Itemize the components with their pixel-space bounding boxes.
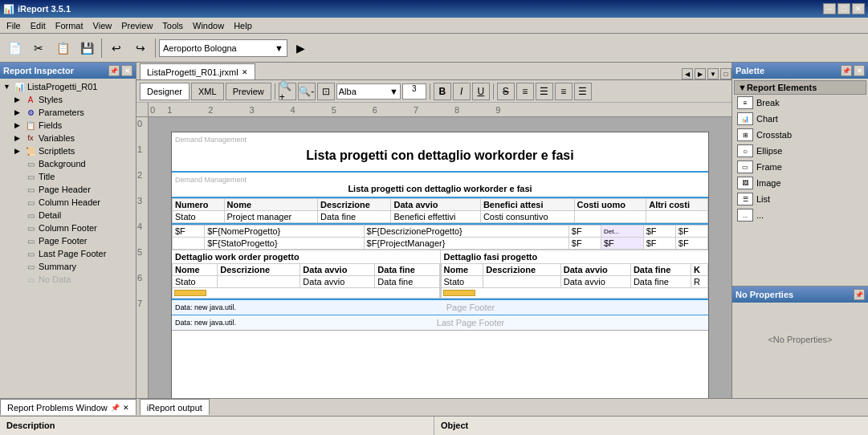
chart-icon: 📊 (737, 112, 753, 125)
wo-empty (218, 276, 300, 288)
tree-item-column-footer[interactable]: ▭ Column Footer (2, 222, 134, 234)
tree-item-last-page-footer[interactable]: ▭ Last Page Footer (2, 247, 134, 260)
italic-button[interactable]: I (453, 83, 471, 100)
minimize-button[interactable]: ─ (823, 3, 836, 14)
cut-button[interactable]: ✂ (27, 37, 50, 59)
tab-scroll-right[interactable]: ▶ (695, 68, 706, 79)
align-justify-button[interactable]: ☰ (574, 83, 592, 100)
menu-file[interactable]: File (2, 19, 26, 32)
no-properties-text: <No Properties> (768, 335, 832, 344)
bottom-tab-output[interactable]: iReport output (140, 399, 210, 415)
chart-label: Chart (756, 114, 778, 124)
tree-item-column-header[interactable]: ▭ Column Header (2, 196, 134, 209)
zoom-out-button[interactable]: 🔍- (298, 83, 316, 100)
menu-tools[interactable]: Tools (157, 19, 188, 32)
tree-item-scriptlets[interactable]: ▶ 📜 Scriptlets (2, 144, 134, 157)
undo-button[interactable]: ↩ (105, 37, 128, 59)
section-label: Report Elements (747, 83, 817, 92)
tree-item-background[interactable]: ▭ Background (2, 157, 134, 170)
tab-close-button[interactable]: ✕ (242, 68, 248, 76)
tab-designer[interactable]: Designer (140, 83, 189, 100)
palette-item-frame[interactable]: ▭ Frame (734, 159, 866, 175)
tree-item-detail[interactable]: ▭ Detail (2, 209, 134, 222)
align-center-button[interactable]: ☰ (536, 83, 553, 100)
copy-button[interactable]: 📋 (51, 37, 74, 59)
toolbar: 📄 ✂ 📋 💾 ↩ ↪ Aeroporto Bologna ▼ ▶ (0, 34, 868, 63)
canvas-container[interactable]: Demand Management Lista progetti con det… (149, 117, 731, 398)
palette-item-chart[interactable]: 📊 Chart (734, 111, 866, 127)
tree-item-variables[interactable]: ▶ fx Variables (2, 132, 134, 144)
redo-button[interactable]: ↪ (129, 37, 152, 59)
palette-section-header[interactable]: ▼ Report Elements (734, 80, 866, 95)
palette-pin-button[interactable]: 📌 (841, 65, 852, 76)
tree-item-styles[interactable]: ▶ A Styles (2, 93, 134, 106)
palette-close-button[interactable]: ✕ (854, 65, 865, 76)
tree-item-fields[interactable]: ▶ 📋 Fields (2, 119, 134, 132)
run-button[interactable]: ▶ (289, 37, 312, 59)
page-header-icon: ▭ (24, 184, 37, 195)
bold-button[interactable]: B (434, 83, 451, 100)
maximize-button[interactable]: □ (837, 3, 850, 14)
tree-item-page-header[interactable]: ▭ Page Header (2, 183, 134, 196)
palette-item-list[interactable]: ☰ List (734, 191, 866, 207)
menu-view[interactable]: View (88, 19, 117, 32)
save-button[interactable]: 💾 (75, 37, 98, 59)
palette-item-image[interactable]: 🖼 Image (734, 175, 866, 191)
zoom-in-button[interactable]: 🔍+ (279, 83, 296, 100)
break-icon: ≡ (737, 96, 753, 109)
tree-item-no-data[interactable]: ▭ No Data (2, 273, 134, 286)
new-button[interactable]: 📄 (3, 37, 26, 59)
menu-help[interactable]: Help (229, 19, 257, 32)
align-right-button[interactable]: ≡ (555, 83, 573, 100)
inspector-close-button[interactable]: ✕ (121, 65, 132, 76)
dsn-sep-3 (493, 83, 494, 100)
menu-window[interactable]: Window (188, 19, 229, 32)
tree-item-summary[interactable]: ▭ Summary (2, 260, 134, 273)
align-left-button[interactable]: ≡ (516, 83, 534, 100)
designer-toolbar: Designer XML Preview 🔍+ 🔍- ⊡ Alba ▼ 3 B … (137, 80, 731, 103)
problems-tab-close[interactable]: ✕ (123, 404, 129, 412)
menu-format[interactable]: Format (51, 19, 88, 32)
palette-item-ellipse[interactable]: ○ Ellipse (734, 143, 866, 159)
tab-scroll-left[interactable]: ◀ (682, 68, 693, 79)
font-size-field[interactable]: 3 (402, 83, 426, 100)
inspector-controls[interactable]: 📌 ✕ (108, 65, 132, 76)
th-empty1 (574, 211, 646, 223)
th-altricosti: Altri costi (646, 199, 708, 211)
title-bar-controls[interactable]: ─ □ ✕ (823, 3, 865, 14)
inspector-pin-button[interactable]: 📌 (108, 65, 120, 76)
strikethrough-button[interactable]: S (497, 83, 515, 100)
tree-item-parameters[interactable]: ▶ ⚙ Parameters (2, 106, 134, 119)
properties-panel: No Properties 📌 <No Properties> (732, 286, 868, 398)
field-costiuomo2: $F (643, 238, 675, 250)
tab-restore-button[interactable]: □ (720, 68, 731, 79)
tab-menu-button[interactable]: ▼ (707, 68, 719, 79)
tab-xml[interactable]: XML (191, 83, 224, 100)
zoom-fit-button[interactable]: ⊡ (317, 83, 335, 100)
tree-expand-page-header (14, 185, 24, 193)
font-dropdown[interactable]: Alba ▼ (336, 83, 401, 100)
properties-controls[interactable]: 📌 (854, 289, 865, 300)
tree-item-page-footer[interactable]: ▭ Page Footer (2, 234, 134, 247)
ellipse-icon: ○ (737, 144, 753, 157)
palette-item-more[interactable]: ... ... (734, 207, 866, 223)
tree-label-column-header: Column Header (39, 197, 100, 207)
tab-preview[interactable]: Preview (226, 83, 271, 100)
palette-header: Palette 📌 ✕ (732, 63, 868, 79)
palette-item-break[interactable]: ≡ Break (734, 95, 866, 111)
palette-item-crosstab[interactable]: ⊞ Crosstab (734, 127, 866, 143)
tree-item-title[interactable]: ▭ Title (2, 170, 134, 183)
bottom-tab-problems[interactable]: Report Problems Window 📌 ✕ (0, 399, 137, 415)
menu-preview[interactable]: Preview (116, 19, 157, 32)
tab-listaproetti[interactable]: ListaProgetti_R01.jrxml ✕ (140, 63, 255, 79)
problems-tab-pin[interactable]: 📌 (111, 404, 120, 412)
close-button[interactable]: ✕ (852, 3, 865, 14)
crosstab-label: Crosstab (756, 130, 792, 140)
menu-edit[interactable]: Edit (26, 19, 51, 32)
datasource-dropdown[interactable]: Aeroporto Bologna ▼ (159, 39, 287, 57)
underline-button[interactable]: U (472, 83, 490, 100)
properties-pin-button[interactable]: 📌 (854, 289, 865, 300)
tree-root[interactable]: ▼ 📊 ListaProgetti_R01 (2, 80, 134, 93)
palette-controls[interactable]: 📌 ✕ (841, 65, 865, 76)
tree-label-title: Title (39, 172, 55, 181)
